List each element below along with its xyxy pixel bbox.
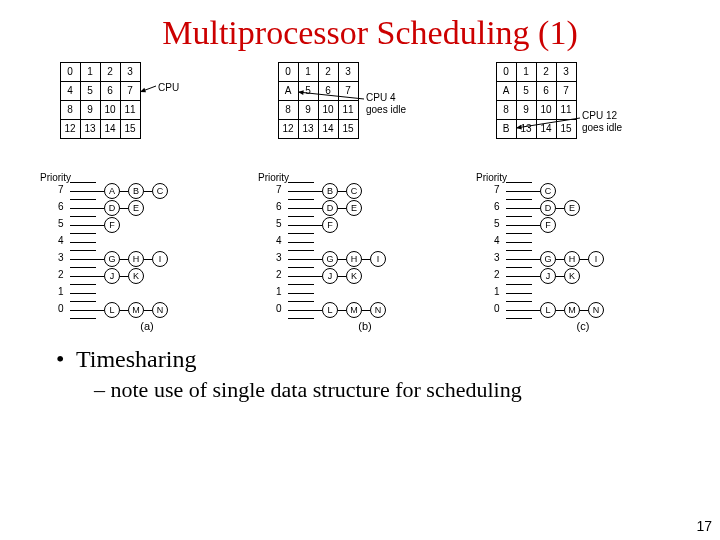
priority-number: 1 (276, 286, 282, 297)
priority-number: 6 (494, 201, 500, 212)
queue-nodes: F (314, 217, 338, 233)
priority-row: 0LMN (506, 302, 532, 319)
priority-number: 6 (58, 201, 64, 212)
process-node: G (322, 251, 338, 267)
priority-number: 3 (494, 252, 500, 263)
arrow-icon (40, 62, 240, 182)
priority-rung (506, 276, 532, 277)
process-node: E (128, 200, 144, 216)
priority-row: 6DE (288, 200, 314, 217)
priority-row: 3GHI (288, 251, 314, 268)
link-dash (96, 310, 104, 311)
link-dash (580, 259, 588, 260)
process-node: N (370, 302, 386, 318)
process-node: E (564, 200, 580, 216)
priority-number: 4 (276, 235, 282, 246)
priority-number: 7 (58, 184, 64, 195)
process-node: C (346, 183, 362, 199)
process-node: B (322, 183, 338, 199)
bullet-area: • Timesharing – note use of single data … (50, 346, 690, 403)
priority-rung (506, 259, 532, 260)
process-node: H (346, 251, 362, 267)
priority-rung (506, 242, 532, 243)
priority-number: 1 (58, 286, 64, 297)
priority-row: 0LMN (70, 302, 96, 319)
link-dash (362, 310, 370, 311)
priority-rung (70, 225, 96, 226)
process-node: D (322, 200, 338, 216)
process-node: J (322, 268, 338, 284)
queue-nodes: JK (532, 268, 580, 284)
link-dash (532, 310, 540, 311)
process-node: F (104, 217, 120, 233)
link-dash (556, 310, 564, 311)
priority-rung (506, 191, 532, 192)
link-dash (120, 310, 128, 311)
bullet-1-text: Timesharing (76, 346, 196, 372)
process-node: H (564, 251, 580, 267)
queue-nodes: GHI (314, 251, 386, 267)
link-dash (144, 191, 152, 192)
link-dash (556, 276, 564, 277)
priority-row: 2JK (506, 268, 532, 285)
link-dash (338, 259, 346, 260)
priority-rung (288, 208, 314, 209)
priority-rung (70, 191, 96, 192)
priority-rung (70, 293, 96, 294)
priority-rung (70, 242, 96, 243)
queue-nodes: ABC (96, 183, 168, 199)
process-node: L (540, 302, 556, 318)
priority-number: 2 (276, 269, 282, 280)
link-dash (314, 225, 322, 226)
queue-nodes: JK (96, 268, 144, 284)
priority-row: 7ABC (70, 182, 96, 200)
priority-row: 6DE (506, 200, 532, 217)
priority-row: 5F (70, 217, 96, 234)
process-node: C (540, 183, 556, 199)
link-dash (96, 276, 104, 277)
priority-ladder: 7C6DE5F43GHI2JK10LMN (506, 182, 532, 319)
link-dash (120, 259, 128, 260)
process-node: K (564, 268, 580, 284)
queue-nodes: LMN (532, 302, 604, 318)
priority-number: 0 (494, 303, 500, 314)
priority-rung (288, 225, 314, 226)
bullet-2: – note use of single data structure for … (94, 377, 690, 403)
priority-row: 7C (506, 182, 532, 200)
queue-nodes: DE (314, 200, 362, 216)
link-dash (314, 310, 322, 311)
link-dash (532, 208, 540, 209)
svg-line-2 (298, 92, 364, 99)
priority-number: 5 (58, 218, 64, 229)
process-node: M (346, 302, 362, 318)
link-dash (96, 225, 104, 226)
queue-nodes: C (532, 183, 556, 199)
priority-number: 4 (58, 235, 64, 246)
process-node: E (346, 200, 362, 216)
queue-nodes: JK (314, 268, 362, 284)
priority-number: 6 (276, 201, 282, 212)
priority-row: 7BC (288, 182, 314, 200)
link-dash (120, 208, 128, 209)
priority-rung (506, 310, 532, 311)
queue-nodes: F (532, 217, 556, 233)
priority-rung (288, 310, 314, 311)
queue-nodes: GHI (96, 251, 168, 267)
link-dash (144, 310, 152, 311)
priority-rung (70, 259, 96, 260)
slide: Multiprocessor Scheduling (1) 0123456789… (0, 0, 720, 540)
link-dash (314, 259, 322, 260)
link-dash (532, 225, 540, 226)
priority-row: 2JK (70, 268, 96, 285)
priority-rung (288, 293, 314, 294)
priority-row: 4 (70, 234, 96, 251)
process-node: L (104, 302, 120, 318)
panel-c: 0123A567891011B131415CPU 12 goes idlePri… (476, 62, 690, 332)
priority-ladder: 7BC6DE5F43GHI2JK10LMN (288, 182, 314, 319)
priority-rung (506, 293, 532, 294)
priority-rung (288, 259, 314, 260)
process-node: F (322, 217, 338, 233)
svg-line-4 (516, 118, 580, 128)
link-dash (120, 191, 128, 192)
priority-number: 4 (494, 235, 500, 246)
